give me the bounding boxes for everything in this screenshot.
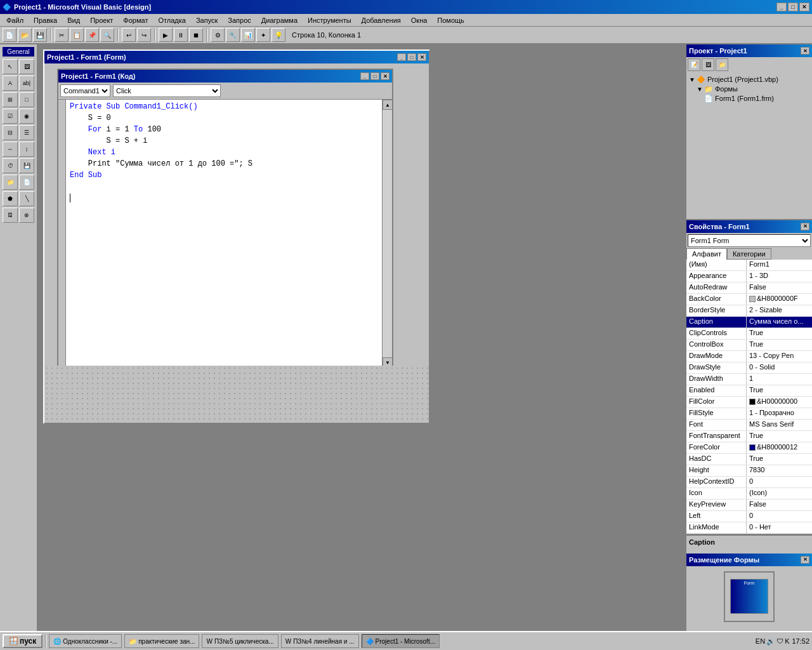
prop-row-borderstyle[interactable]: BorderStyle 2 - Sizable	[686, 305, 812, 317]
menu-additions[interactable]: Добавления	[357, 15, 406, 25]
prop-row-controlbox[interactable]: ControlBox True	[686, 340, 812, 351]
toolbar-copy[interactable]: 📋	[70, 28, 84, 42]
menu-help[interactable]: Помощь	[432, 15, 469, 25]
tool-label[interactable]: A	[3, 76, 18, 91]
toolbar-pause[interactable]: ⏸	[174, 28, 188, 42]
scroll-up[interactable]: ▲	[383, 100, 393, 110]
prop-row-enabled[interactable]: Enabled True	[686, 385, 812, 397]
form1-maximize[interactable]: □	[407, 53, 416, 61]
toolbar-extra2[interactable]: 🔧	[226, 28, 240, 42]
tool-checkbox[interactable]: ☑	[3, 109, 18, 124]
form1-close[interactable]: ✕	[417, 53, 426, 61]
prop-row-height[interactable]: Height 7830	[686, 465, 812, 477]
code-maximize[interactable]: □	[370, 72, 379, 80]
tab-alpha[interactable]: Алфавит	[686, 248, 727, 260]
menu-view[interactable]: Вид	[62, 15, 85, 25]
taskbar-item-pz5[interactable]: W ПЗ№5 циклическа...	[202, 634, 278, 648]
menu-project[interactable]: Проект	[85, 15, 118, 25]
menu-windows[interactable]: Окна	[406, 15, 433, 25]
taskbar-item-odnoklassniki[interactable]: 🌐 Одноклассники -...	[49, 634, 122, 648]
prop-row-clipcontrols[interactable]: ClipControls True	[686, 328, 812, 340]
prop-row-name[interactable]: (Имя) Form1	[686, 260, 812, 271]
toolbar-find[interactable]: 🔍	[100, 28, 114, 42]
start-button[interactable]: 🪟 пуск	[3, 634, 43, 648]
project-panel-close[interactable]: ✕	[801, 47, 809, 55]
code-content[interactable]: Private Sub Command1_Click() S = 0 For i…	[66, 100, 382, 368]
prop-row-linkmode[interactable]: LinkMode 0 - Нет	[686, 522, 812, 534]
tool-picture[interactable]: 🖼	[19, 59, 34, 74]
tool-command[interactable]: □	[19, 92, 34, 107]
toolbar-run[interactable]: ▶	[159, 28, 173, 42]
prop-row-icon[interactable]: Icon (Icon)	[686, 488, 812, 500]
taskbar-item-project1[interactable]: 🔷 Project1 - Microsoft...	[362, 634, 440, 648]
menu-tools[interactable]: Инструменты	[303, 15, 357, 25]
toggle-folders-btn[interactable]: 📁	[716, 58, 728, 71]
formlayout-close[interactable]: ✕	[801, 556, 809, 564]
prop-row-fillcolor[interactable]: FillColor &H00000000	[686, 397, 812, 408]
prop-row-hasdc[interactable]: HasDC True	[686, 454, 812, 465]
prop-row-left[interactable]: Left 0	[686, 511, 812, 522]
view-code-btn[interactable]: 📝	[688, 58, 700, 71]
toolbar-paste[interactable]: 📌	[85, 28, 99, 42]
tool-data[interactable]: ⊗	[19, 208, 34, 223]
tab-categories[interactable]: Категории	[727, 248, 771, 260]
tool-vscroll[interactable]: ↕	[19, 142, 34, 157]
toolbar-redo[interactable]: ↪	[137, 28, 151, 42]
tool-dir[interactable]: 📁	[3, 175, 18, 190]
prop-row-keypreview[interactable]: KeyPreview False	[686, 500, 812, 511]
tool-hscroll[interactable]: ↔	[3, 142, 18, 157]
prop-row-forecolor[interactable]: ForeColor &H80000012	[686, 442, 812, 454]
prop-row-autoredraw[interactable]: AutoRedraw False	[686, 282, 812, 294]
tool-combo[interactable]: ⊟	[3, 125, 18, 140]
prop-row-font[interactable]: Font MS Sans Serif	[686, 420, 812, 431]
prop-row-fillstyle[interactable]: FillStyle 1 - Прозрачно	[686, 408, 812, 420]
props-object-select[interactable]: Form1 Form	[688, 234, 811, 247]
view-object-btn[interactable]: 🖼	[702, 58, 714, 71]
toolbar-extra1[interactable]: ⚙	[211, 28, 225, 42]
toolbar-stop[interactable]: ⏹	[189, 28, 203, 42]
tool-list[interactable]: ☰	[19, 125, 34, 140]
taskbar-item-practical[interactable]: 📁 практические зан...	[124, 634, 199, 648]
taskbar-item-pz4[interactable]: W ПЗ№4 линейная и ...	[281, 634, 359, 648]
toolbar-new[interactable]: 📄	[3, 28, 16, 42]
prop-row-fonttransparent[interactable]: FontTransparent True	[686, 431, 812, 442]
close-button[interactable]: ✕	[799, 3, 809, 11]
menu-edit[interactable]: Правка	[29, 15, 62, 25]
menu-diagram[interactable]: Диаграмма	[256, 15, 303, 25]
tool-drive[interactable]: 💾	[19, 158, 34, 173]
toolbar-extra4[interactable]: ✦	[256, 28, 270, 42]
scroll-track[interactable]	[383, 110, 392, 357]
tool-file[interactable]: 📄	[19, 175, 34, 190]
form1-minimize[interactable]: _	[397, 53, 406, 61]
tool-frame[interactable]: ⊞	[3, 92, 18, 107]
menu-file[interactable]: Файл	[1, 15, 29, 25]
menu-query[interactable]: Запрос	[223, 15, 256, 25]
tool-shape[interactable]: ⬟	[3, 191, 18, 206]
tool-timer[interactable]: ⏱	[3, 158, 18, 173]
toolbar-save[interactable]: 💾	[33, 28, 47, 42]
prop-row-backcolor[interactable]: BackColor &H8000000F	[686, 294, 812, 305]
maximize-button[interactable]: □	[788, 3, 798, 11]
toolbar-extra3[interactable]: 📊	[241, 28, 255, 42]
tool-radio[interactable]: ◉	[19, 109, 34, 124]
tool-line[interactable]: ╲	[19, 191, 34, 206]
toolbar-cut[interactable]: ✂	[55, 28, 69, 42]
prop-row-drawwidth[interactable]: DrawWidth 1	[686, 374, 812, 385]
prop-row-drawmode[interactable]: DrawMode 13 - Copy Pen	[686, 351, 812, 362]
code-close[interactable]: ✕	[381, 72, 390, 80]
minimize-button[interactable]: _	[776, 3, 787, 11]
event-dropdown[interactable]: Click	[113, 84, 221, 97]
prop-row-drawstyle[interactable]: DrawStyle 0 - Solid	[686, 362, 812, 374]
menu-format[interactable]: Формат	[118, 15, 153, 25]
menu-run[interactable]: Запуск	[191, 15, 223, 25]
menu-debug[interactable]: Отладка	[153, 15, 190, 25]
tool-textbox[interactable]: ab|	[19, 76, 34, 91]
toolbar-undo[interactable]: ↩	[122, 28, 136, 42]
tool-pointer[interactable]: ↖	[3, 59, 18, 74]
object-dropdown[interactable]: Command1	[60, 84, 110, 97]
tool-image[interactable]: 🖻	[3, 208, 18, 223]
props-panel-close[interactable]: ✕	[801, 223, 809, 230]
prop-row-caption[interactable]: Caption Сумма чисел о...	[686, 317, 812, 328]
prop-row-helpcontextid[interactable]: HelpContextID 0	[686, 477, 812, 488]
toolbar-extra5[interactable]: 💡	[272, 28, 285, 42]
